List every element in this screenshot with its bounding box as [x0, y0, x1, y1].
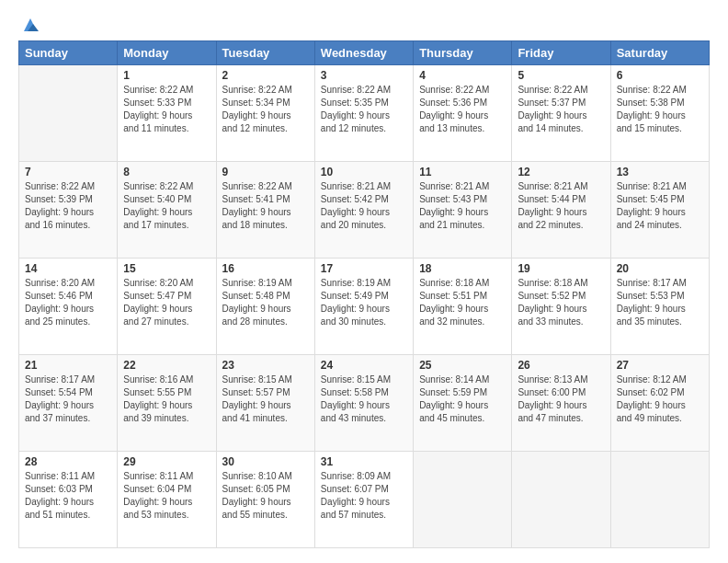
day-number: 18	[419, 262, 506, 275]
day-number: 4	[419, 69, 506, 82]
calendar-cell: 8Sunrise: 8:22 AMSunset: 5:40 PMDaylight…	[118, 162, 216, 259]
calendar-cell: 22Sunrise: 8:16 AMSunset: 5:55 PMDayligh…	[118, 355, 216, 452]
calendar-cell: 30Sunrise: 8:10 AMSunset: 6:05 PMDayligh…	[216, 452, 314, 548]
day-number: 30	[222, 455, 309, 468]
day-info: Sunrise: 8:17 AMSunset: 5:54 PMDaylight:…	[25, 373, 111, 425]
day-number: 15	[123, 262, 210, 275]
calendar-cell: 16Sunrise: 8:19 AMSunset: 5:48 PMDayligh…	[216, 259, 314, 355]
day-info: Sunrise: 8:22 AMSunset: 5:39 PMDaylight:…	[25, 180, 111, 232]
page: SundayMondayTuesdayWednesdayThursdayFrid…	[0, 0, 728, 563]
calendar-week-row: 1Sunrise: 8:22 AMSunset: 5:33 PMDaylight…	[19, 65, 710, 162]
day-of-week-header: Monday	[118, 41, 216, 65]
header	[18, 15, 710, 31]
calendar-cell: 9Sunrise: 8:22 AMSunset: 5:41 PMDaylight…	[216, 162, 314, 259]
day-number: 26	[518, 359, 604, 372]
day-number: 21	[25, 359, 111, 372]
day-number: 9	[222, 166, 309, 178]
calendar-cell: 20Sunrise: 8:17 AMSunset: 5:53 PMDayligh…	[610, 259, 709, 355]
day-number: 31	[321, 455, 407, 468]
day-info: Sunrise: 8:11 AMSunset: 6:04 PMDaylight:…	[123, 470, 210, 522]
day-info: Sunrise: 8:22 AMSunset: 5:35 PMDaylight:…	[321, 84, 407, 135]
calendar-cell: 23Sunrise: 8:15 AMSunset: 5:57 PMDayligh…	[216, 355, 314, 452]
calendar-cell: 29Sunrise: 8:11 AMSunset: 6:04 PMDayligh…	[118, 452, 216, 548]
calendar-cell: 21Sunrise: 8:17 AMSunset: 5:54 PMDayligh…	[19, 355, 118, 452]
day-info: Sunrise: 8:11 AMSunset: 6:03 PMDaylight:…	[25, 470, 111, 522]
calendar-week-row: 7Sunrise: 8:22 AMSunset: 5:39 PMDaylight…	[19, 162, 710, 259]
day-info: Sunrise: 8:22 AMSunset: 5:38 PMDaylight:…	[617, 84, 703, 135]
calendar-cell: 27Sunrise: 8:12 AMSunset: 6:02 PMDayligh…	[610, 355, 709, 452]
logo-icon	[20, 15, 40, 35]
day-number: 12	[518, 166, 604, 178]
day-info: Sunrise: 8:21 AMSunset: 5:43 PMDaylight:…	[419, 180, 506, 232]
logo-text	[18, 15, 40, 35]
calendar-cell	[19, 65, 118, 162]
day-info: Sunrise: 8:15 AMSunset: 5:58 PMDaylight:…	[321, 373, 407, 425]
day-info: Sunrise: 8:21 AMSunset: 5:42 PMDaylight:…	[321, 180, 407, 232]
day-info: Sunrise: 8:21 AMSunset: 5:44 PMDaylight:…	[518, 180, 604, 232]
day-info: Sunrise: 8:14 AMSunset: 5:59 PMDaylight:…	[419, 373, 506, 425]
day-info: Sunrise: 8:22 AMSunset: 5:41 PMDaylight:…	[222, 180, 309, 232]
calendar-cell: 19Sunrise: 8:18 AMSunset: 5:52 PMDayligh…	[512, 259, 610, 355]
calendar-cell: 10Sunrise: 8:21 AMSunset: 5:42 PMDayligh…	[314, 162, 413, 259]
day-number: 17	[321, 262, 407, 275]
calendar-cell: 1Sunrise: 8:22 AMSunset: 5:33 PMDaylight…	[118, 65, 216, 162]
calendar-cell	[610, 452, 709, 548]
calendar-cell: 25Sunrise: 8:14 AMSunset: 5:59 PMDayligh…	[414, 355, 512, 452]
day-info: Sunrise: 8:18 AMSunset: 5:52 PMDaylight:…	[518, 277, 604, 328]
calendar-cell: 24Sunrise: 8:15 AMSunset: 5:58 PMDayligh…	[314, 355, 413, 452]
day-info: Sunrise: 8:22 AMSunset: 5:34 PMDaylight:…	[222, 84, 309, 135]
calendar-cell	[414, 452, 512, 548]
day-info: Sunrise: 8:22 AMSunset: 5:36 PMDaylight:…	[419, 84, 506, 135]
day-number: 23	[222, 359, 309, 372]
calendar-cell: 26Sunrise: 8:13 AMSunset: 6:00 PMDayligh…	[512, 355, 610, 452]
day-info: Sunrise: 8:10 AMSunset: 6:05 PMDaylight:…	[222, 470, 309, 522]
day-number: 10	[321, 166, 407, 178]
day-info: Sunrise: 8:22 AMSunset: 5:33 PMDaylight:…	[123, 84, 210, 135]
calendar-cell: 5Sunrise: 8:22 AMSunset: 5:37 PMDaylight…	[512, 65, 610, 162]
day-number: 7	[25, 166, 111, 178]
calendar-cell: 18Sunrise: 8:18 AMSunset: 5:51 PMDayligh…	[414, 259, 512, 355]
day-info: Sunrise: 8:19 AMSunset: 5:48 PMDaylight:…	[222, 277, 309, 328]
calendar-cell: 14Sunrise: 8:20 AMSunset: 5:46 PMDayligh…	[19, 259, 118, 355]
day-info: Sunrise: 8:15 AMSunset: 5:57 PMDaylight:…	[222, 373, 309, 425]
day-of-week-header: Saturday	[610, 41, 709, 65]
day-number: 20	[617, 262, 703, 275]
day-info: Sunrise: 8:22 AMSunset: 5:37 PMDaylight:…	[518, 84, 604, 135]
calendar-header-row: SundayMondayTuesdayWednesdayThursdayFrid…	[19, 41, 710, 65]
day-of-week-header: Thursday	[414, 41, 512, 65]
day-number: 2	[222, 69, 309, 82]
day-number: 22	[123, 359, 210, 372]
calendar-cell: 6Sunrise: 8:22 AMSunset: 5:38 PMDaylight…	[610, 65, 709, 162]
day-info: Sunrise: 8:13 AMSunset: 6:00 PMDaylight:…	[518, 373, 604, 425]
day-number: 8	[123, 166, 210, 178]
day-info: Sunrise: 8:20 AMSunset: 5:47 PMDaylight:…	[123, 277, 210, 328]
day-number: 5	[518, 69, 604, 82]
day-info: Sunrise: 8:17 AMSunset: 5:53 PMDaylight:…	[617, 277, 703, 328]
day-of-week-header: Friday	[512, 41, 610, 65]
day-number: 6	[617, 69, 703, 82]
day-info: Sunrise: 8:09 AMSunset: 6:07 PMDaylight:…	[321, 470, 407, 522]
day-number: 3	[321, 69, 407, 82]
day-info: Sunrise: 8:16 AMSunset: 5:55 PMDaylight:…	[123, 373, 210, 425]
day-of-week-header: Sunday	[19, 41, 118, 65]
day-info: Sunrise: 8:21 AMSunset: 5:45 PMDaylight:…	[617, 180, 703, 232]
day-number: 28	[25, 455, 111, 468]
calendar-cell: 12Sunrise: 8:21 AMSunset: 5:44 PMDayligh…	[512, 162, 610, 259]
calendar: SundayMondayTuesdayWednesdayThursdayFrid…	[18, 40, 710, 548]
day-number: 19	[518, 262, 604, 275]
day-number: 25	[419, 359, 506, 372]
day-info: Sunrise: 8:12 AMSunset: 6:02 PMDaylight:…	[617, 373, 703, 425]
day-info: Sunrise: 8:19 AMSunset: 5:49 PMDaylight:…	[321, 277, 407, 328]
day-info: Sunrise: 8:20 AMSunset: 5:46 PMDaylight:…	[25, 277, 111, 328]
calendar-week-row: 28Sunrise: 8:11 AMSunset: 6:03 PMDayligh…	[19, 452, 710, 548]
logo	[18, 15, 40, 31]
day-number: 1	[123, 69, 210, 82]
calendar-cell: 11Sunrise: 8:21 AMSunset: 5:43 PMDayligh…	[414, 162, 512, 259]
calendar-cell: 2Sunrise: 8:22 AMSunset: 5:34 PMDaylight…	[216, 65, 314, 162]
day-number: 29	[123, 455, 210, 468]
day-number: 14	[25, 262, 111, 275]
calendar-week-row: 14Sunrise: 8:20 AMSunset: 5:46 PMDayligh…	[19, 259, 710, 355]
day-number: 11	[419, 166, 506, 178]
day-info: Sunrise: 8:18 AMSunset: 5:51 PMDaylight:…	[419, 277, 506, 328]
calendar-cell: 4Sunrise: 8:22 AMSunset: 5:36 PMDaylight…	[414, 65, 512, 162]
